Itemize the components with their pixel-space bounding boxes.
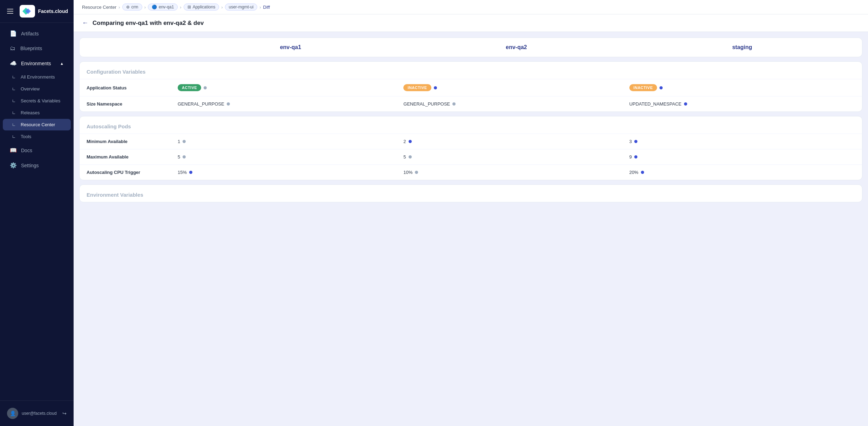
environments-sub-nav: All Environments Overview Secrets & Vari… <box>0 71 74 142</box>
avatar: 👤 <box>7 408 18 419</box>
row-value-min-qa2: 2 <box>403 139 629 144</box>
breadcrumb-sep-5: › <box>259 5 261 10</box>
cpu-trigger-qa1-text: 15% <box>178 170 187 175</box>
row-application-status: Application Status ACTIVE INACTIVE INACT… <box>80 79 862 96</box>
badge-inactive-staging: INACTIVE <box>629 84 657 91</box>
sidebar-item-settings-label: Settings <box>21 163 39 168</box>
dot-min-staging <box>634 140 637 143</box>
breadcrumb-resource-center[interactable]: Resource Center <box>82 5 116 10</box>
row-label-size-namespace: Size Namespace <box>87 101 178 107</box>
sidebar-item-blueprints[interactable]: 🗂 Blueprints <box>3 41 71 55</box>
dot-max-staging <box>634 155 637 158</box>
col-header-staging: staging <box>629 44 855 50</box>
cpu-trigger-qa2-text: 10% <box>403 170 412 175</box>
sidebar-logo-area: Facets.cloud <box>0 0 74 23</box>
sidebar-item-blueprints-label: Blueprints <box>20 46 42 51</box>
breadcrumb-diff: Diff <box>263 5 270 10</box>
sidebar-item-all-environments[interactable]: All Environments <box>3 71 71 83</box>
dot-max-qa1 <box>183 155 186 158</box>
row-maximum-available: Maximum Available 5 5 9 <box>80 149 862 164</box>
dot-size-namespace-qa1 <box>227 102 230 106</box>
row-autoscaling-cpu-trigger: Autoscaling CPU Trigger 15% 10% 20% <box>80 164 862 180</box>
dot-app-status-qa2 <box>434 86 437 89</box>
docs-icon: 📖 <box>10 147 17 154</box>
all-environments-label: All Environments <box>21 74 55 80</box>
main-content: Resource Center › ⊛ crm › 🔵 env-qa1 › ⊞ … <box>74 0 868 426</box>
row-value-min-qa1: 1 <box>178 139 403 144</box>
sidebar-item-resource-center[interactable]: Resource Center <box>3 119 71 130</box>
max-available-qa2-text: 5 <box>403 154 406 160</box>
col-header-env-qa1: env-qa1 <box>178 44 403 50</box>
row-value-max-staging: 9 <box>629 154 855 160</box>
row-value-app-status-staging: INACTIVE <box>629 84 855 91</box>
sidebar-item-artifacts[interactable]: 📄 Artifacts <box>3 26 71 41</box>
section-title-environment-variables: Environment Variables <box>80 185 862 202</box>
sidebar-item-artifacts-label: Artifacts <box>21 31 39 36</box>
breadcrumb-sep-1: › <box>118 5 120 10</box>
sidebar-item-docs[interactable]: 📖 Docs <box>3 143 71 157</box>
sidebar-bottom: 👤 user@facets.cloud ↪ <box>0 400 74 426</box>
hamburger-button[interactable] <box>6 7 15 15</box>
grid-icon: ⊞ <box>187 5 191 9</box>
badge-inactive-qa2: INACTIVE <box>403 84 431 91</box>
min-available-staging-text: 3 <box>629 139 632 144</box>
breadcrumb: Resource Center › ⊛ crm › 🔵 env-qa1 › ⊞ … <box>74 0 868 14</box>
page-header: ← Comparing env-qa1 with env-qa2 & dev <box>74 14 868 32</box>
row-value-size-namespace-staging: UPDATED_NAMESPACE <box>629 101 855 107</box>
breadcrumb-env-qa1-label: env-qa1 <box>159 5 174 9</box>
user-email: user@facets.cloud <box>22 411 59 416</box>
dot-size-namespace-qa2 <box>452 102 456 106</box>
overview-label: Overview <box>21 86 40 92</box>
row-value-size-namespace-qa1: GENERAL_PURPOSE <box>178 101 403 107</box>
row-value-cpu-qa2: 10% <box>403 170 629 175</box>
section-title-autoscaling-pods: Autoscaling Pods <box>80 116 862 134</box>
back-button[interactable]: ← <box>82 19 88 27</box>
breadcrumb-applications[interactable]: ⊞ Applications <box>184 4 219 11</box>
row-label-cpu-trigger: Autoscaling CPU Trigger <box>87 170 178 175</box>
row-value-app-status-qa2: INACTIVE <box>403 84 629 91</box>
sidebar: Facets.cloud 📄 Artifacts 🗂 Blueprints ☁️… <box>0 0 74 426</box>
size-namespace-staging-text: UPDATED_NAMESPACE <box>629 101 682 107</box>
row-label-application-status: Application Status <box>87 85 178 90</box>
breadcrumb-resource-center-label: Resource Center <box>82 5 116 10</box>
user-row[interactable]: 👤 user@facets.cloud ↪ <box>3 405 71 422</box>
sidebar-item-tools[interactable]: Tools <box>3 131 71 142</box>
page-title: Comparing env-qa1 with env-qa2 & dev <box>93 20 204 27</box>
badge-active-qa1: ACTIVE <box>178 84 201 91</box>
env-icon: 🔵 <box>152 5 157 9</box>
stack-icon: ⊛ <box>126 5 130 9</box>
breadcrumb-applications-label: Applications <box>193 5 216 9</box>
dot-size-namespace-staging <box>684 102 687 106</box>
sidebar-item-overview[interactable]: Overview <box>3 83 71 95</box>
logout-icon[interactable]: ↪ <box>62 411 67 416</box>
breadcrumb-sep-2: › <box>144 5 146 10</box>
tools-label: Tools <box>21 134 31 139</box>
row-value-cpu-qa1: 15% <box>178 170 403 175</box>
section-environment-variables: Environment Variables <box>79 184 862 202</box>
sidebar-item-releases[interactable]: Releases <box>3 107 71 119</box>
breadcrumb-crm[interactable]: ⊛ crm <box>122 4 142 11</box>
col-header-env-qa2: env-qa2 <box>403 44 629 50</box>
row-label-maximum-available: Maximum Available <box>87 154 178 160</box>
breadcrumb-user-mgmt-ui[interactable]: user-mgmt-ui <box>225 4 258 11</box>
sidebar-item-docs-label: Docs <box>21 148 32 153</box>
row-value-max-qa2: 5 <box>403 154 629 160</box>
sidebar-item-secrets-variables[interactable]: Secrets & Variables <box>3 95 71 107</box>
breadcrumb-env-qa1[interactable]: 🔵 env-qa1 <box>148 4 178 11</box>
logo-text: Facets.cloud <box>38 8 68 14</box>
row-value-app-status-qa1: ACTIVE <box>178 84 403 91</box>
section-autoscaling-pods: Autoscaling Pods Minimum Available 1 2 3 <box>79 116 862 180</box>
sidebar-item-environments[interactable]: ☁️ Environments ▲ <box>3 56 71 70</box>
size-namespace-qa2-text: GENERAL_PURPOSE <box>403 101 450 107</box>
row-value-min-staging: 3 <box>629 139 855 144</box>
blueprint-icon: 🗂 <box>10 45 16 52</box>
row-size-namespace: Size Namespace GENERAL_PURPOSE GENERAL_P… <box>80 96 862 111</box>
dot-cpu-staging <box>641 171 644 174</box>
breadcrumb-sep-4: › <box>221 5 223 10</box>
dot-min-qa2 <box>409 140 412 143</box>
column-headers: env-qa1 env-qa2 staging <box>79 38 862 57</box>
max-available-staging-text: 9 <box>629 154 632 160</box>
section-configuration-variables: Configuration Variables Application Stat… <box>79 61 862 112</box>
sidebar-item-settings[interactable]: ⚙️ Settings <box>3 158 71 173</box>
cpu-trigger-staging-text: 20% <box>629 170 638 175</box>
